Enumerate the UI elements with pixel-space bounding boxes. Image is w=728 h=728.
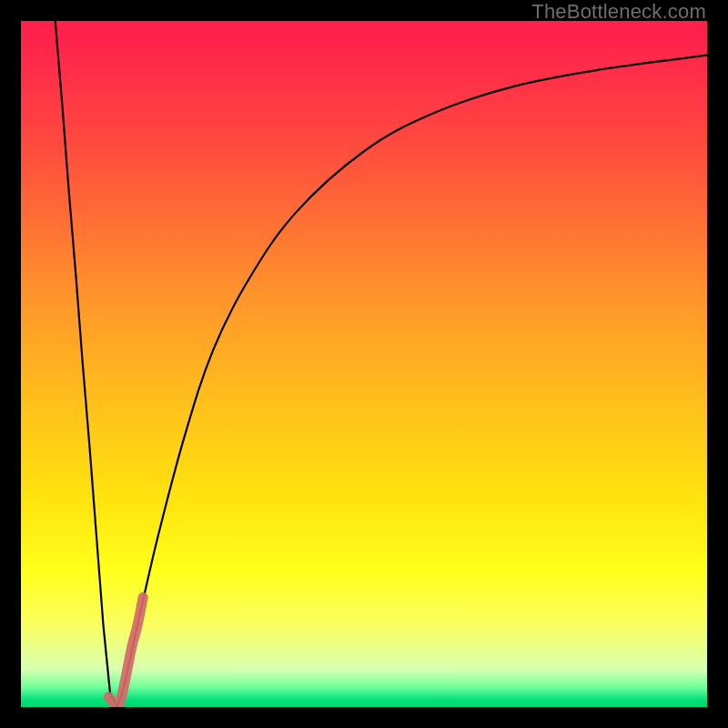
curves-svg bbox=[21, 21, 707, 707]
plot-area bbox=[21, 21, 707, 707]
chart-frame: TheBottleneck.com bbox=[0, 0, 728, 728]
highlight-segment bbox=[109, 597, 144, 705]
bottleneck-curve bbox=[56, 21, 707, 707]
watermark-text: TheBottleneck.com bbox=[531, 0, 706, 24]
